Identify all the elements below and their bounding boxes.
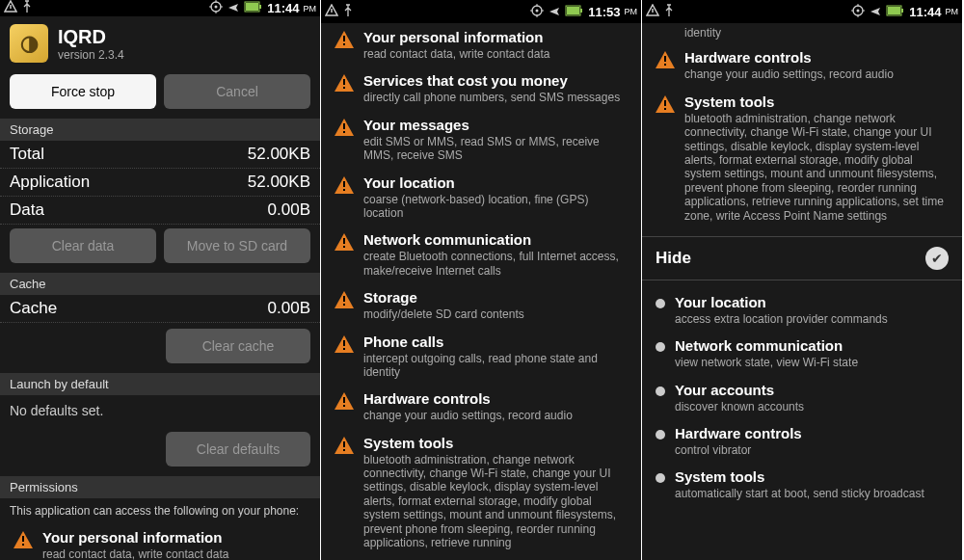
permission-item: Services that cost you moneydirectly cal… xyxy=(321,67,641,110)
permission-item: Your messagesedit SMS or MMS, read SMS o… xyxy=(321,111,641,169)
clear-cache-button: Clear cache xyxy=(166,329,310,363)
svg-rect-50 xyxy=(664,56,666,62)
permission-desc: change your audio settings, record audio xyxy=(363,409,631,422)
data-label: Data xyxy=(10,200,44,220)
data-value: 0.00B xyxy=(268,200,310,220)
svg-rect-36 xyxy=(343,397,345,403)
permission-desc: read contact data, write contact data xyxy=(363,47,631,61)
force-stop-button[interactable]: Force stop xyxy=(10,74,156,109)
gps-icon xyxy=(851,4,865,20)
permission-title: Your location xyxy=(675,294,952,311)
battery-icon xyxy=(886,5,905,19)
permissions-intro: This application can access the followin… xyxy=(0,498,320,523)
svg-rect-20 xyxy=(567,7,579,14)
svg-rect-33 xyxy=(343,304,345,306)
svg-rect-21 xyxy=(580,9,582,13)
notification-icon xyxy=(4,0,17,16)
svg-rect-22 xyxy=(343,36,345,41)
status-time: 11:53 xyxy=(588,5,620,19)
total-value: 52.00KB xyxy=(248,145,310,164)
svg-rect-8 xyxy=(246,3,258,11)
bullet-icon xyxy=(656,430,665,440)
svg-rect-39 xyxy=(343,449,345,451)
gps-icon xyxy=(209,0,223,16)
permission-item: Network communicationview network state,… xyxy=(642,332,962,375)
permissions-header: Permissions xyxy=(0,476,320,498)
warning-icon xyxy=(335,392,354,410)
warning-icon xyxy=(335,335,354,353)
permission-title: Network communication xyxy=(363,231,631,249)
permissions-scroll[interactable]: identity Hardware controlschange your au… xyxy=(642,23,962,560)
hide-toggle[interactable]: Hide ✔ xyxy=(642,236,962,280)
svg-point-14 xyxy=(536,9,539,12)
truncated-desc: identity xyxy=(642,24,962,43)
permission-item: Hardware controlschange your audio setti… xyxy=(642,43,962,87)
svg-rect-52 xyxy=(664,100,666,106)
bullet-icon xyxy=(656,387,665,396)
svg-rect-31 xyxy=(343,246,345,248)
hide-label: Hide xyxy=(656,249,691,268)
permission-title: Services that cost you money xyxy=(363,72,631,90)
permission-desc: control vibrator xyxy=(675,443,952,457)
application-value: 52.00KB xyxy=(248,173,310,192)
airplane-icon xyxy=(869,4,882,20)
usb-icon xyxy=(663,4,675,20)
battery-icon xyxy=(565,5,584,19)
battery-icon xyxy=(244,1,263,15)
screen-permissions-expanded: 11:44 PM identity Hardware controlschang… xyxy=(642,0,963,560)
permission-item: System toolsautomatically start at boot,… xyxy=(642,463,962,506)
no-defaults-text: No defaults set. xyxy=(0,395,320,426)
airplane-icon xyxy=(548,4,561,20)
svg-rect-30 xyxy=(343,238,345,244)
svg-point-2 xyxy=(215,6,218,9)
permission-desc: intercept outgoing calls, read phone sta… xyxy=(363,352,631,380)
permission-desc: automatically start at boot, send sticky… xyxy=(675,487,952,500)
svg-rect-24 xyxy=(343,79,345,85)
permission-title: Your accounts xyxy=(675,382,952,399)
permission-title: System tools xyxy=(684,93,952,111)
permission-item: Hardware controlscontrol vibrator xyxy=(642,419,962,463)
status-bar: 11:44 PM xyxy=(0,0,320,16)
warning-icon xyxy=(335,437,354,454)
permission-desc: view network state, view Wi-Fi state xyxy=(675,356,952,369)
permission-item: System toolsbluetooth administration, ch… xyxy=(642,88,962,228)
app-version: version 2.3.4 xyxy=(58,48,124,62)
svg-rect-11 xyxy=(22,544,24,546)
clear-data-button: Clear data xyxy=(10,228,156,263)
permission-item: Your personal informationread contact da… xyxy=(321,23,641,67)
permission-title: Your location xyxy=(363,174,631,192)
svg-rect-49 xyxy=(901,9,903,13)
status-bar: 11:53 PM xyxy=(321,0,641,23)
permission-item: Your locationaccess extra location provi… xyxy=(642,288,962,332)
usb-icon xyxy=(342,4,354,20)
svg-rect-35 xyxy=(343,348,345,350)
permission-desc: create Bluetooth connections, full Inter… xyxy=(363,250,631,278)
permission-title: Storage xyxy=(363,289,631,307)
permission-desc: discover known accounts xyxy=(675,400,952,413)
permissions-scroll[interactable]: Your personal informationread contact da… xyxy=(321,23,641,560)
svg-rect-26 xyxy=(343,123,345,129)
permission-desc: bluetooth administration, change network… xyxy=(684,112,952,223)
warning-icon xyxy=(335,291,354,308)
svg-rect-38 xyxy=(343,441,345,447)
permission-desc: access extra location provider commands xyxy=(675,312,952,326)
permission-desc: modify/delete SD card contents xyxy=(363,307,631,321)
permission-title: Network communication xyxy=(675,337,952,355)
bullet-icon xyxy=(656,473,665,483)
permission-title: Phone calls xyxy=(363,333,631,351)
status-ampm: PM xyxy=(946,7,959,16)
move-sd-button: Move to SD card xyxy=(164,228,310,263)
permission-title: Hardware controls xyxy=(675,425,952,442)
permission-desc: directly call phone numbers, send SMS me… xyxy=(363,91,631,104)
svg-rect-37 xyxy=(343,405,345,407)
bullet-icon xyxy=(656,342,665,352)
screen-app-info: 11:44 PM ◑ IQRD version 2.3.4 Force stop… xyxy=(0,0,321,560)
app-title: IQRD xyxy=(58,26,124,48)
notification-icon xyxy=(646,4,659,20)
permission-desc: edit SMS or MMS, read SMS or MMS, receiv… xyxy=(363,135,631,163)
svg-rect-9 xyxy=(259,5,261,9)
permission-title: Your personal information xyxy=(363,29,631,46)
cache-value: 0.00B xyxy=(268,299,310,318)
permission-title: System tools xyxy=(675,468,952,486)
cache-label: Cache xyxy=(10,299,57,318)
